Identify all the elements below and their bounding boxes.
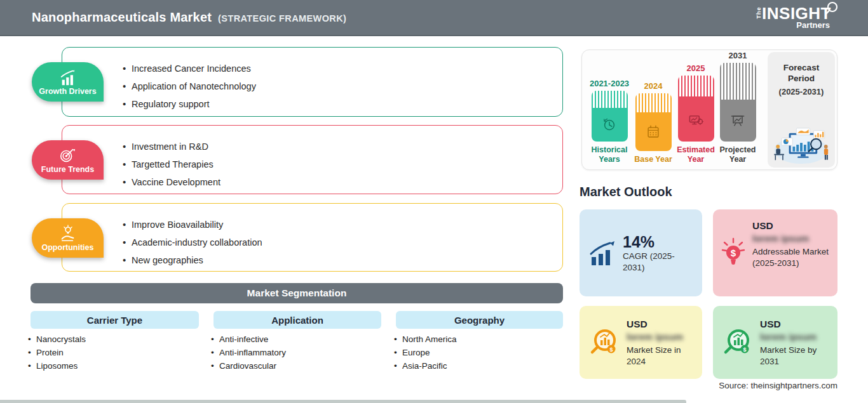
- list-item: Cardiovascular: [211, 359, 286, 373]
- forecast-line2: Period: [783, 73, 819, 84]
- bullet-item: Increased Cancer Incidences: [123, 60, 562, 77]
- growth-drivers-list: Increased Cancer Incidences Application …: [62, 48, 562, 113]
- market-segmentation-title: Market Segmentation: [247, 287, 347, 299]
- magnifier-chart-green-icon: $: [721, 326, 754, 359]
- segment-column-carrier-type: Carrier Type: [31, 311, 199, 329]
- application-list: Anti-infective Anti-inflammatory Cardiov…: [211, 333, 286, 373]
- source-attribution: Source: theinsightpartners.com: [719, 381, 837, 390]
- growth-chart-icon: [58, 69, 78, 86]
- bar-stripes: [720, 63, 756, 100]
- logo-the-text: The: [756, 6, 762, 18]
- bar-body: [592, 108, 628, 142]
- projection-screen-icon: [729, 112, 747, 129]
- market-size-2024-text: USD lorem ipsum Market Size in 2024: [627, 318, 695, 367]
- market-size-2031-card: $ USD lorem ipsum Market Size by 2031: [713, 306, 837, 379]
- forecast-range: (2025-2031): [779, 87, 824, 96]
- timeline-caption: Estimated Year: [673, 145, 719, 164]
- geography-list: North America Europe Asia-Pacific: [394, 333, 457, 373]
- card-label: Market Size in 2024: [627, 345, 695, 367]
- geography-header: Geography: [454, 315, 505, 326]
- timeline-caption: Base Year: [630, 155, 676, 164]
- market-size-2031-text: USD lorem ipsum Market Size by 2031: [760, 318, 830, 367]
- cagr-text: 14% CAGR (2025-2031): [623, 233, 695, 274]
- magnifier-icon: [824, 1, 840, 18]
- addressable-market-card: $ USD lorem ipsum Addressable Market (20…: [713, 209, 837, 296]
- list-item: North America: [394, 333, 457, 346]
- timeline-historical: 2021-2023 Historical Years: [590, 79, 628, 164]
- forecast-title: Forecast Period: [783, 62, 819, 84]
- bar-stripes: [678, 76, 714, 96]
- bar-stripes: [592, 91, 628, 108]
- bullet-item: Improve Bioavailability: [123, 216, 562, 234]
- page-title: Nanopharmaceuticals Market: [32, 10, 212, 25]
- timeline-bar: [678, 76, 714, 142]
- target-dart-icon: [58, 147, 78, 164]
- timeline-year: 2031: [729, 51, 747, 60]
- blurred-value: lorem ipsum: [760, 331, 830, 343]
- bullet-item: New geographies: [123, 251, 562, 269]
- bullet-item: Vaccine Development: [123, 173, 562, 191]
- carrier-type-header: Carrier Type: [87, 315, 142, 326]
- bullet-item: Academic-industry collaboration: [123, 234, 562, 251]
- bulb-hand-icon: [58, 225, 78, 242]
- history-clock-icon: [600, 116, 618, 134]
- bar-stripes: [635, 93, 672, 112]
- timeline-base: 2024 Base Year: [634, 81, 672, 164]
- svg-text:$: $: [731, 248, 736, 258]
- page-subtitle: (STRATEGIC FRAMEWORK): [218, 13, 346, 23]
- brand-logo: The INSIGHT Partners: [752, 5, 831, 30]
- currency-label: USD: [752, 220, 830, 232]
- cagr-value: 14%: [623, 233, 695, 251]
- cagr-label: CAGR (2025-2031): [623, 251, 695, 274]
- segment-column-application: Application: [214, 311, 381, 329]
- forecast-line1: Forecast: [783, 62, 819, 73]
- market-size-2024-card: $ USD lorem ipsum Market Size in 2024: [580, 306, 702, 379]
- cagr-chart-icon: [587, 240, 616, 267]
- timeline-projected: 2031 Projected Year: [719, 51, 757, 164]
- bar-body: [635, 112, 672, 151]
- currency-label: USD: [627, 318, 695, 331]
- svg-text:$: $: [609, 347, 613, 353]
- timeline-caption: Historical Years: [587, 145, 632, 164]
- opportunities-list: Improve Bioavailability Academic-industr…: [62, 204, 562, 269]
- carrier-type-list: Nanocrystals Protein Liposomes: [28, 333, 86, 373]
- logo-insight-text: INSIGHT: [762, 5, 831, 22]
- opportunities-label: Opportunities: [42, 243, 94, 252]
- timeline-bar: [635, 93, 672, 151]
- application-header: Application: [271, 315, 323, 326]
- header-bar: Nanopharmaceuticals Market (STRATEGIC FR…: [0, 0, 868, 36]
- forecast-period-panel: Forecast Period (2025-2031): [768, 52, 835, 168]
- growth-drivers-label: Growth Drivers: [39, 87, 96, 96]
- card-label: Market Size by 2031: [760, 345, 830, 367]
- future-trends-badge: Future Trends: [32, 140, 104, 180]
- future-trends-list: Investment in R&D Targetted Therapies Va…: [62, 126, 562, 191]
- timeline-year: 2024: [644, 81, 663, 91]
- blurred-value: lorem ipsum: [752, 232, 830, 245]
- list-item: Liposomes: [28, 359, 86, 373]
- list-item: Europe: [394, 346, 457, 359]
- timeline-bar: [720, 63, 756, 142]
- bulb-dollar-icon: $: [721, 237, 746, 270]
- bullet-item: Targetted Therapies: [123, 155, 562, 173]
- list-item: Anti-infective: [211, 333, 286, 346]
- card-label: Addressable Market (2025-2031): [752, 246, 830, 269]
- timeline-panel: 2021-2023 Historical Years 2024: [581, 50, 837, 170]
- list-item: Protein: [28, 346, 86, 359]
- timeline-estimated: 2025 Estimated Year: [677, 63, 715, 164]
- blurred-value: lorem ipsum: [627, 331, 695, 343]
- market-outlook-title: Market Outlook: [580, 185, 672, 199]
- currency-label: USD: [760, 318, 830, 331]
- timeline-year: 2021-2023: [590, 79, 629, 88]
- infographic-canvas: Nanopharmaceuticals Market (STRATEGIC FR…: [0, 0, 868, 403]
- timeline-caption: Projected Year: [715, 145, 761, 164]
- logo-line: The INSIGHT: [752, 5, 831, 22]
- segment-column-geography: Geography: [396, 311, 563, 329]
- timeline-bar: [592, 91, 628, 142]
- bullet-item: Investment in R&D: [123, 138, 562, 155]
- opportunities-box: Improve Bioavailability Academic-industr…: [62, 203, 563, 272]
- cagr-card: 14% CAGR (2025-2031): [580, 209, 702, 296]
- list-item: Anti-inflammatory: [211, 346, 286, 359]
- analytics-illustration: [770, 126, 832, 165]
- magnifier-chart-orange-icon: $: [587, 326, 620, 359]
- list-item: Asia-Pacific: [394, 359, 457, 373]
